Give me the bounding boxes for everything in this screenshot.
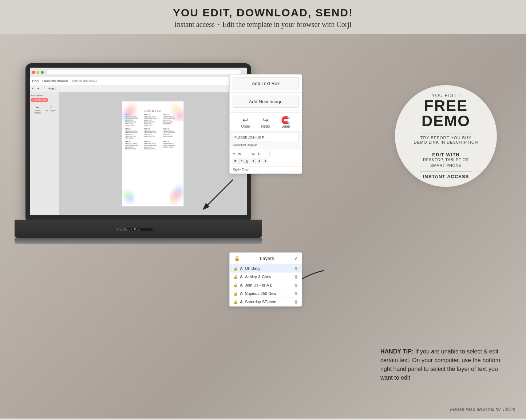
browser-chrome	[30, 68, 247, 77]
size-input-h[interactable]	[237, 151, 250, 156]
undo-button[interactable]: ↩ Undo	[241, 116, 250, 128]
panel-divider-1	[230, 92, 302, 93]
style-text-area: Style Text	[230, 166, 302, 173]
layers-title: Layers	[260, 256, 274, 261]
free-demo-circle: YOU EDIT ! FREE DEMO TRY BEFORE YOU BUY …	[395, 85, 497, 187]
layer-name-5: Saturday SEptem	[245, 300, 292, 304]
corjl-side-panel: Add Text Box Add New Image ↩ Undo ↪ Redo…	[229, 74, 302, 174]
layer-type-3: A	[240, 283, 243, 287]
layer-type-5: A	[240, 300, 243, 304]
underline-button[interactable]: U	[244, 159, 250, 164]
lock-icon-header: 🔒	[234, 256, 240, 261]
bold-button[interactable]: B	[233, 159, 238, 164]
handy-tip-label: HANDY TIP:	[380, 348, 414, 355]
undo-icon: ↩	[241, 116, 250, 124]
toolbar-item-1[interactable]: ⟲	[32, 87, 34, 90]
close-dot[interactable]	[32, 71, 35, 74]
toolbar-item-3[interactable]: 📄	[42, 87, 46, 90]
lock-icon-2: 🔒	[233, 275, 238, 279]
lock-icon-1: 🔒	[233, 267, 238, 271]
incomplete-badge: ⚠INCOMPLETE	[31, 98, 48, 102]
corjl-brand: NoorayParty Templates	[42, 80, 68, 82]
delete-icon-4[interactable]: 🗑	[294, 291, 298, 296]
minimize-dot[interactable]	[36, 71, 39, 74]
laptop-bottom-edge	[15, 238, 262, 244]
delete-icon-2[interactable]: 🗑	[294, 275, 298, 279]
layers-toggle-icon[interactable]: ∨	[294, 256, 297, 261]
layer-item-supinos[interactable]: 🔒 A Supinos 250 New 🗑	[230, 289, 302, 298]
demo-smart-phone: SMART PHONE	[430, 163, 462, 168]
lock-icon-3: 🔒	[233, 283, 238, 287]
laptop-screen: Corjl NoorayParty Templates Order Id: 15…	[25, 63, 251, 220]
corjl-main-layout: best friend 4 ⚠INCOMPLETE ↩ Save &Origin…	[30, 92, 247, 215]
add-new-image-button[interactable]: Add New Image	[233, 96, 299, 108]
layer-item-saturday[interactable]: 🔒 A Saturday SEptem 🗑	[230, 298, 302, 306]
layer-name-2: Ashley & Chris	[245, 275, 292, 279]
demo-link: DEMO LINK IN DESCRIPTION	[414, 140, 478, 144]
toolbar-item-2[interactable]: ⟳	[37, 87, 39, 90]
text-content-row-1[interactable]: PLEASE JOIN US F...	[233, 134, 299, 141]
corjl-header: Corjl NoorayParty Templates Order Id: 15…	[30, 77, 247, 85]
undo-label: Undo	[241, 124, 250, 128]
maximize-dot[interactable]	[41, 71, 44, 74]
demo-instant-access: INSTANT ACCESS	[423, 174, 469, 179]
top-banner: YOU EDIT, DOWNLOAD, SEND! Instant access…	[0, 0, 526, 34]
sidebar-action-1[interactable]: ↩ Save &Original	[31, 105, 44, 114]
toolbar-item-4[interactable]: Page 1	[48, 87, 56, 90]
screen-inner: Corjl NoorayParty Templates Order Id: 15…	[30, 68, 247, 215]
demo-divider-3	[420, 171, 472, 172]
browser-url-bar[interactable]	[47, 70, 242, 75]
corjl-toolbar: ⟲ ⟳ 📄 Page 1 Orders	[30, 85, 247, 92]
seating-tables-2: TABLE 7 SAMANTHA JONESCARRIE BRADSHAWJAS…	[122, 141, 183, 150]
size-input-w[interactable]	[257, 151, 270, 156]
redo-icon: ↪	[261, 116, 270, 124]
delete-icon-1[interactable]: 🗑	[294, 266, 298, 271]
panel-size-inputs: H: W:	[230, 149, 302, 158]
demo-devices: DESKTOP, TABLET OR	[423, 157, 469, 162]
layer-name-3: Join Us For A B	[245, 283, 292, 287]
corjl-logo: Corjl	[32, 79, 40, 83]
panel-format-row: B I U ≡ ≡ ≡	[230, 158, 302, 166]
panel-divider-2	[230, 111, 302, 111]
align-right-button[interactable]: ≡	[263, 159, 268, 164]
italic-button[interactable]: I	[239, 159, 244, 164]
table-col-5: TABLE 5 SAMANTHA JONESCARRIE BRADSHAWJAS…	[144, 128, 162, 139]
table-col-8: TABLE 8 SAMANTHA JONESCARRIE BRADSHAWJAS…	[144, 141, 162, 150]
handy-tip-container: HANDY TIP: If you are unable to select &…	[380, 347, 504, 382]
floral-top-left	[122, 101, 137, 123]
bottom-right-note: Please read ad in full for T&C's	[450, 407, 515, 412]
delete-icon-5[interactable]: 🗑	[294, 300, 298, 304]
panel-text-area: PLEASE JOIN US F... Spearmint Regular	[230, 131, 302, 149]
layer-item-oh-baby[interactable]: 🔒 A Oh Baby 🗑	[230, 264, 302, 273]
demo-free-label: FREE	[424, 98, 468, 113]
corjl-canvas[interactable]: 🔍- 🔍+ ⊡ take a se	[59, 92, 247, 215]
floral-bottom-right	[169, 184, 183, 206]
lock-icon-4: 🔒	[233, 292, 238, 296]
font-name: Spearmint Regular	[233, 143, 299, 147]
delete-icon-3[interactable]: 🗑	[294, 283, 298, 287]
sidebar-actions: ↩ Save &Original ✓ All 1 original	[31, 105, 57, 114]
layer-item-ashley-chris[interactable]: 🔒 A Ashley & Chris 🗑	[230, 273, 302, 281]
demo-demo-label: DEMO	[422, 113, 470, 129]
align-left-button[interactable]: ≡	[251, 159, 256, 164]
add-text-box-button[interactable]: Add Text Box	[233, 77, 299, 89]
browser-content: Corjl NoorayParty Templates Order Id: 15…	[30, 77, 247, 215]
sidebar-action-2[interactable]: ✓ All 1 original	[45, 105, 57, 114]
floral-bottom-left	[122, 186, 135, 206]
snap-button[interactable]: 🧲 Snap	[281, 116, 290, 128]
table-col-4: TABLE 4 SAMANTHA JONESCARRIE BRADSHAWJAS…	[125, 128, 143, 139]
sidebar-label: best friend 4	[31, 95, 57, 97]
table-col-6: TABLE 6 SAMANTHA JONESCARRIE BRADSHAWJAS…	[163, 128, 181, 139]
layers-header: 🔒 Layers ∨	[230, 253, 302, 264]
table-col-2: TABLE 2 SAMANTHA JONESCARRIE BRADSHAWJAS…	[144, 114, 162, 127]
layer-item-join-us[interactable]: 🔒 A Join Us For A B 🗑	[230, 281, 302, 289]
redo-button[interactable]: ↪ Redo	[261, 116, 270, 128]
align-center-button[interactable]: ≡	[257, 159, 262, 164]
demo-divider-1	[420, 133, 472, 133]
laptop: Corjl NoorayParty Templates Order Id: 15…	[15, 63, 262, 311]
main-title: YOU EDIT, DOWNLOAD, SEND!	[0, 7, 526, 19]
demo-edit-with: EDIT WITH	[432, 152, 459, 157]
layer-type-1: A	[240, 266, 243, 271]
floral-top-right	[171, 101, 183, 121]
panel-icons-row: ↩ Undo ↪ Redo 🧲 Snap	[230, 112, 302, 131]
